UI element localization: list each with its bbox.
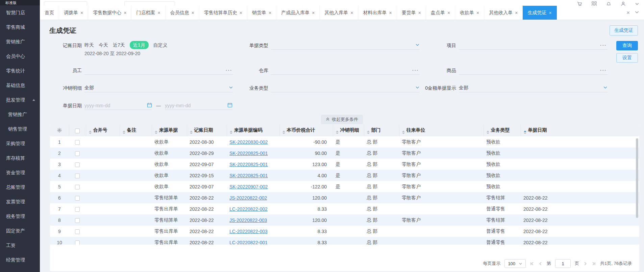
sidebar-item[interactable]: 经营管理 [0, 253, 40, 267]
sidebar-item[interactable]: 资金管理 [0, 165, 40, 180]
row-checkbox[interactable] [75, 162, 80, 167]
row-checkbox[interactable] [75, 207, 80, 212]
column-header[interactable]: 记账日期 [187, 125, 227, 136]
tab-close-icon[interactable]: × [476, 10, 479, 15]
tab-close-icon[interactable]: × [312, 10, 315, 15]
last-page-icon[interactable] [592, 262, 596, 266]
project-picker[interactable]: ··· [459, 41, 608, 50]
writeoff-select[interactable]: 全部 [84, 84, 233, 92]
topbar-search-field[interactable] [124, 1, 175, 6]
tab-close-icon[interactable]: × [350, 10, 353, 15]
close-tab-icon[interactable]: × [626, 9, 630, 16]
column-header[interactable]: 本币价税合计 [279, 125, 333, 136]
bell-icon[interactable] [606, 1, 612, 6]
doc-type-select[interactable] [271, 41, 420, 50]
column-header[interactable]: 冲销明细 [333, 125, 364, 136]
gear-icon[interactable] [57, 129, 62, 134]
employee-picker[interactable]: ··· [84, 66, 233, 75]
doc-date-start-input[interactable] [84, 103, 135, 108]
zero-amount-select[interactable]: 全部 [459, 84, 608, 92]
tab[interactable]: 生成凭证 × [523, 6, 556, 20]
doc-date-start-field[interactable] [84, 101, 152, 110]
row-checkbox[interactable] [75, 218, 80, 223]
tab[interactable]: 门店档案 × [131, 6, 165, 20]
tab-close-icon[interactable]: × [418, 10, 421, 15]
sidebar-item[interactable]: 零售统计 [0, 64, 40, 78]
tab-close-icon[interactable]: × [124, 10, 126, 15]
tab-close-icon[interactable]: × [447, 10, 450, 15]
sidebar-item[interactable]: 工资 [0, 238, 40, 253]
sidebar-item[interactable]: 发票管理 [0, 195, 40, 209]
topbar-field[interactable] [44, 1, 87, 6]
source-doc-link[interactable]: SK-20220825-001 [227, 148, 279, 159]
column-header[interactable]: 备注 [120, 125, 152, 136]
tab[interactable]: 产成品入库单 × [276, 6, 320, 20]
tab[interactable]: 盘点单 × [426, 6, 455, 20]
tab[interactable]: 其他入库单 × [320, 6, 358, 20]
sidebar-item[interactable]: 税务管理 [0, 209, 40, 224]
column-header[interactable]: 来源单据编码 [227, 125, 279, 136]
row-checkbox[interactable] [75, 151, 80, 156]
sidebar-item[interactable]: 会员中心 [0, 49, 40, 64]
date-quick-option[interactable]: 近1月 [130, 41, 149, 49]
sidebar-item[interactable]: 销售管理 [0, 122, 40, 136]
sidebar-item[interactable]: 基础信息 [0, 78, 40, 93]
sidebar-item[interactable]: 营销推广 [0, 107, 40, 122]
cart-icon[interactable] [577, 1, 583, 6]
chevron-down-icon[interactable] [635, 1, 639, 6]
row-checkbox[interactable] [75, 196, 80, 201]
tab-close-icon[interactable]: × [549, 10, 551, 15]
doc-date-end-input[interactable] [165, 103, 216, 108]
page-number-input[interactable] [555, 259, 571, 268]
tab[interactable]: 其他收入单 × [484, 6, 523, 20]
date-quick-option[interactable]: 自定义 [153, 41, 168, 49]
tab[interactable]: 材料出库单 × [358, 6, 397, 20]
vertical-scrollbar[interactable] [636, 138, 638, 218]
date-quick-option[interactable]: 今天 [99, 41, 108, 49]
row-checkbox[interactable] [75, 174, 80, 178]
source-doc-link[interactable]: JS-20220822-002 [227, 192, 279, 203]
sidebar-item[interactable]: 零售商城 [0, 20, 40, 35]
tab[interactable]: 会员信息 × [166, 6, 199, 20]
source-doc-link[interactable]: SK-20220907-002 [227, 181, 279, 192]
user-icon[interactable] [620, 1, 626, 6]
tab[interactable]: 调拨单 × [59, 6, 88, 20]
generate-voucher-button[interactable]: 生成凭证 [610, 25, 638, 36]
warehouse-picker[interactable]: ··· [271, 66, 420, 75]
date-quick-option[interactable]: 近7天 [113, 41, 125, 49]
tab-close-icon[interactable]: × [269, 10, 271, 15]
row-checkbox[interactable] [75, 140, 80, 145]
source-doc-link[interactable]: SK-20220825-001 [227, 170, 279, 181]
tab-menu-chevron-icon[interactable] [635, 10, 639, 16]
column-header[interactable]: 部门 [364, 125, 399, 136]
first-page-icon[interactable] [530, 262, 534, 266]
sidebar-item[interactable]: 批发管理 [0, 93, 40, 107]
settings-button[interactable]: 设置 [616, 53, 638, 63]
column-header[interactable]: 往来单位 [399, 125, 484, 136]
column-header[interactable]: 来源单据 [152, 125, 187, 136]
sidebar-item[interactable]: 固定资产 [0, 224, 40, 238]
query-button[interactable]: 查询 [616, 41, 638, 50]
tab-close-icon[interactable]: × [157, 10, 160, 15]
column-settings-header[interactable] [50, 125, 69, 136]
tab[interactable]: 销货单 × [247, 6, 276, 20]
row-checkbox[interactable] [75, 185, 80, 189]
doc-date-end-field[interactable] [165, 101, 232, 110]
tab-close-icon[interactable]: × [192, 10, 194, 15]
prev-page-icon[interactable] [538, 262, 543, 266]
row-checkbox[interactable] [75, 241, 80, 245]
tab[interactable]: 首页 [40, 6, 59, 20]
tab[interactable]: 要货单 × [397, 6, 426, 20]
business-type-select[interactable] [271, 84, 420, 92]
sidebar-item[interactable]: 库存核算 [0, 151, 40, 165]
sidebar-item[interactable]: 总账管理 [0, 180, 40, 195]
tab-close-icon[interactable]: × [80, 10, 83, 15]
source-doc-link[interactable]: JS-20220822-003 [227, 214, 279, 226]
tab-close-icon[interactable]: × [389, 10, 392, 15]
select-all-checkbox[interactable] [75, 129, 80, 133]
source-doc-link[interactable]: LC-20220822-003 [227, 226, 279, 237]
tab-close-icon[interactable]: × [515, 10, 518, 15]
source-doc-link[interactable]: LC-20220822-001 [227, 237, 279, 245]
source-doc-link[interactable]: SK-20220825-001 [227, 159, 279, 170]
column-header[interactable]: 业务类型 [484, 125, 521, 136]
